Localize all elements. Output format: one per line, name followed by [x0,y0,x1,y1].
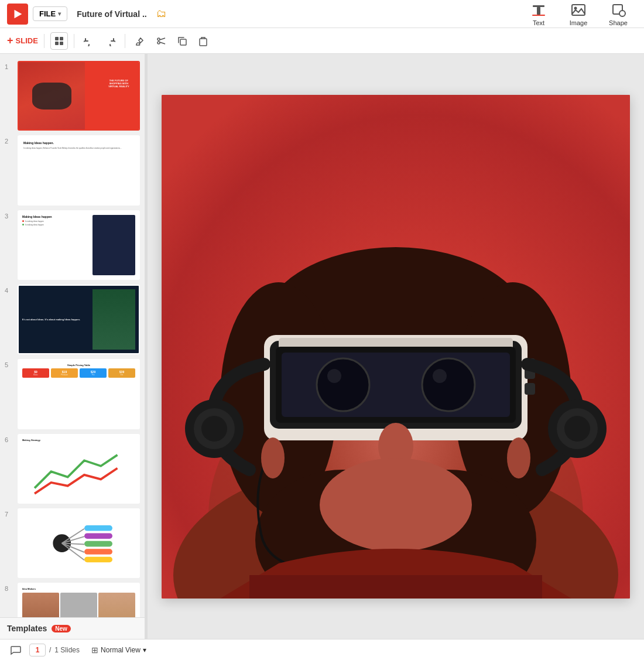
toolbar-divider-3 [125,34,125,48]
text-tool-button[interactable]: Text [520,0,557,28]
slide-number: 4 [5,287,14,294]
svg-point-58 [507,437,530,478]
slide-thumbnail[interactable]: Making Ideas happen. In making ideas hap… [18,135,140,205]
current-page[interactable]: 1 [29,644,46,656]
svg-rect-26 [84,541,112,547]
view-mode-button[interactable]: ⊞ Normal View ▾ [87,643,151,657]
status-left: 1 / 1 Slides [7,641,80,659]
slide-thumbnail[interactable] [18,508,140,578]
svg-point-54 [564,416,590,442]
svg-rect-2 [537,7,540,15]
undo-button[interactable] [80,32,98,50]
slide-item[interactable]: 7 [0,506,145,580]
svg-point-57 [261,437,285,478]
svg-point-51 [201,416,227,442]
svg-rect-16 [180,39,186,45]
svg-rect-9 [60,37,63,40]
svg-point-7 [619,11,625,16]
page-total: 1 Slides [54,646,80,654]
svg-point-45 [327,369,341,383]
scissors-button[interactable] [152,32,170,50]
main-area: 1 THE FUTURE OFSHOPPING WITHVIRTUAL REAL… [0,54,644,639]
slide-thumbnail[interactable]: It's not about Ideas. It's about making … [18,285,140,354]
plus-icon: + [7,35,13,47]
add-slide-button[interactable]: + SLIDE [7,35,38,47]
slide8-title: Idea Makers [22,587,135,590]
slide-item[interactable]: 8 Idea Makers [0,580,145,617]
image-tool-label: Image [570,19,588,26]
svg-point-44 [422,358,475,411]
slide-thumbnail[interactable]: Making Ideas happen In making ideas happ… [18,210,140,280]
slide-item[interactable]: 4 It's not about Ideas. It's about makin… [0,282,145,357]
paintbrush-button[interactable] [131,32,149,50]
second-toolbar: + SLIDE [0,28,644,54]
main-slide-canvas[interactable] [162,95,630,599]
svg-marker-0 [15,9,22,18]
chat-button[interactable] [7,641,25,659]
templates-label: Templates [7,624,47,633]
logo-button[interactable] [7,4,28,25]
svg-point-56 [320,458,472,552]
paste-button[interactable] [194,32,212,50]
slide-thumbnail[interactable]: Simple Pricing Table $9Basic $19Premium … [18,359,140,429]
redo-button[interactable] [101,32,119,50]
file-menu-button[interactable]: FILE ▾ [33,6,67,21]
svg-rect-59 [249,575,542,599]
slide4-title: It's not about Ideas. It's about making … [22,318,90,322]
slide-item[interactable]: 3 Making Ideas happen In making ideas ha… [0,208,145,282]
svg-rect-11 [60,42,63,45]
slide-item[interactable]: 6 Making Strategy [0,432,145,506]
templates-button[interactable]: Templates New [0,617,145,639]
shape-tool-label: Shape [609,19,628,26]
svg-line-23 [62,543,84,560]
new-badge: New [52,625,71,632]
slide-number: 8 [5,585,14,592]
slide-item[interactable]: 1 THE FUTURE OFSHOPPING WITHVIRTUAL REAL… [0,59,145,133]
image-tool-button[interactable]: Image [560,0,597,28]
page-separator: / [49,646,51,654]
slide-number: 5 [5,361,14,368]
folder-icon[interactable]: 🗂 [156,8,167,20]
status-bar: 1 / 1 Slides ⊞ Normal View ▾ [0,639,644,660]
svg-rect-28 [84,557,112,563]
slide3-title: Making Ideas happen [22,215,90,218]
slide-thumbnail[interactable]: THE FUTURE OFSHOPPING WITHVIRTUAL REALIT… [18,61,140,131]
slide-thumbnail[interactable]: Idea Makers [18,583,140,617]
page-navigation: 1 / 1 Slides [29,644,80,656]
copy-button[interactable] [173,32,191,50]
shape-tool-button[interactable]: Shape [600,0,637,28]
toolbar-divider [44,34,44,48]
layout-button[interactable] [50,32,68,50]
file-chevron-icon: ▾ [58,11,61,17]
svg-rect-17 [200,39,207,46]
top-toolbar: FILE ▾ Future of Virtual .. 🗂 Text Image [0,0,644,28]
svg-rect-1 [533,5,544,7]
svg-rect-8 [55,37,59,40]
slide-label: SLIDE [16,36,38,45]
svg-rect-27 [84,549,112,555]
svg-point-46 [433,369,447,383]
slide-item[interactable]: 5 Simple Pricing Table $9Basic $19Premiu… [0,357,145,431]
slide5-title: Simple Pricing Table [22,364,135,367]
svg-point-12 [157,38,160,40]
svg-line-15 [160,42,165,44]
slide-thumbnail[interactable]: Making Strategy [18,434,140,504]
svg-point-13 [157,42,160,44]
slide-number: 6 [5,436,14,443]
right-tool-group: Text Image Shape [520,0,637,28]
file-label: FILE [39,9,56,18]
svg-rect-10 [55,42,59,45]
svg-line-14 [160,38,165,40]
view-chevron-icon: ▾ [143,646,146,654]
slide-number: 1 [5,63,14,70]
slide6-title: Making Strategy [22,439,135,442]
document-title: Future of Virtual .. [77,9,147,19]
slide-number: 7 [5,511,14,518]
svg-rect-3 [532,15,545,16]
slide2-title: Making Ideas happen. [23,141,134,145]
slide-list: 1 THE FUTURE OFSHOPPING WITHVIRTUAL REAL… [0,54,145,617]
slide-item[interactable]: 2 Making Ideas happen. In making ideas h… [0,133,145,207]
svg-point-43 [317,358,369,411]
slide-panel: 1 THE FUTURE OFSHOPPING WITHVIRTUAL REAL… [0,54,145,639]
view-icon: ⊞ [91,645,98,655]
